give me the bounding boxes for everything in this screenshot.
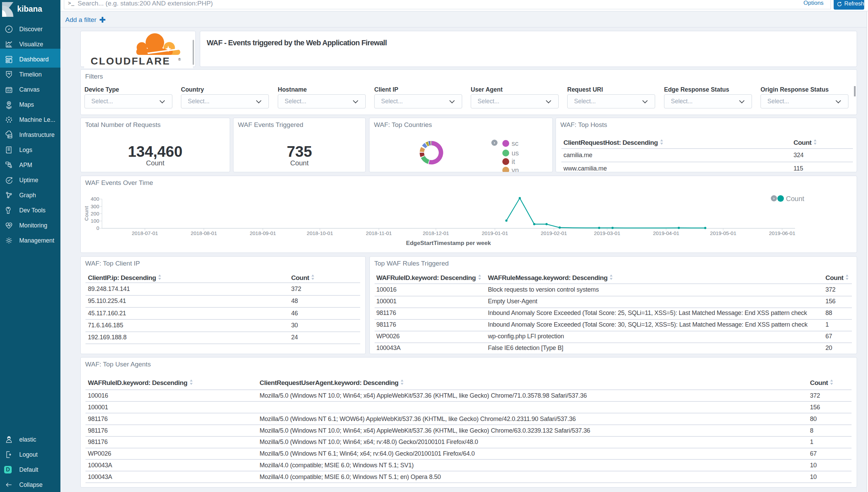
svg-text:2018-09-01: 2018-09-01 — [250, 230, 276, 236]
svg-text:2018-12-01: 2018-12-01 — [423, 230, 449, 236]
svg-text:200: 200 — [91, 211, 99, 216]
svg-text:2018-11-01: 2018-11-01 — [366, 230, 392, 236]
svg-text:EdgeStartTimestamp per week: EdgeStartTimestamp per week — [406, 240, 491, 246]
svg-text:2019-05-01: 2019-05-01 — [710, 230, 736, 236]
svg-text:2019-02-01: 2019-02-01 — [541, 230, 567, 236]
svg-text:2019-03-01: 2019-03-01 — [594, 230, 620, 236]
svg-text:2018-10-01: 2018-10-01 — [307, 230, 333, 236]
svg-text:2018-07-01: 2018-07-01 — [132, 230, 158, 236]
svg-text:®: ® — [178, 58, 181, 61]
svg-text:2019-06-01: 2019-06-01 — [769, 230, 796, 236]
svg-text:2019-04-01: 2019-04-01 — [653, 230, 679, 236]
svg-text:0: 0 — [96, 225, 99, 231]
svg-text:CLOUDFLARE: CLOUDFLARE — [91, 55, 170, 67]
svg-text:400: 400 — [91, 196, 99, 202]
svg-text:300: 300 — [91, 203, 99, 209]
svg-text:100: 100 — [91, 218, 99, 224]
svg-text:Count: Count — [83, 206, 89, 221]
svg-text:2018-08-01: 2018-08-01 — [191, 230, 217, 236]
svg-text:2019-01-01: 2019-01-01 — [482, 230, 508, 236]
